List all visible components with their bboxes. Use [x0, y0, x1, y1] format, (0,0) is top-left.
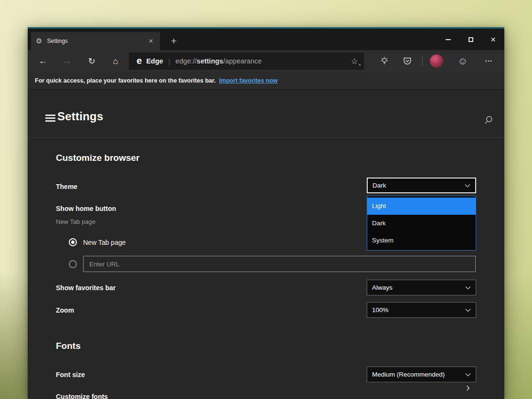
window-controls: ✕	[437, 29, 504, 50]
theme-option-light[interactable]: Light	[367, 198, 476, 215]
edge-logo-icon: e	[137, 55, 142, 66]
minimize-button[interactable]	[437, 29, 459, 50]
zoom-label: Zoom	[56, 306, 74, 314]
radio-new-tab-page-label: New Tab page	[83, 239, 126, 246]
tab-title: Settings	[47, 38, 146, 44]
chevron-down-icon	[465, 184, 470, 188]
home-url-input[interactable]	[83, 256, 476, 272]
feedback-smiley-icon[interactable]: ☺	[455, 50, 471, 72]
desktop-background: ⚙ Settings ✕ + ✕ ← → ↻ ⌂ e Edge | edge:/…	[0, 0, 532, 399]
browser-window: ⚙ Settings ✕ + ✕ ← → ↻ ⌂ e Edge | edge:/…	[28, 27, 504, 399]
settings-header: Settings	[28, 90, 504, 138]
maximize-button[interactable]	[459, 29, 482, 50]
pocket-extension-icon[interactable]	[400, 53, 415, 69]
theme-label: Theme	[56, 183, 77, 190]
tab-settings[interactable]: ⚙ Settings ✕	[31, 32, 160, 50]
chevron-down-icon	[465, 373, 471, 377]
add-favorite-star-icon[interactable]: ☆+	[351, 56, 358, 66]
tab-bar: ⚙ Settings ✕ + ✕	[28, 29, 504, 50]
url-text: edge://settings/appearance	[175, 57, 262, 65]
address-separator: |	[169, 57, 170, 65]
more-options-icon[interactable]: •••	[479, 50, 499, 72]
chevron-right-icon[interactable]: ›	[466, 381, 470, 394]
chevron-down-icon	[465, 308, 471, 312]
font-size-select[interactable]: Medium (Recommended)	[367, 367, 476, 382]
favorites-bar-notification: For quick access, place your favorites h…	[28, 72, 504, 90]
show-home-button-sublabel: New Tab page	[56, 218, 96, 225]
gear-icon: ⚙	[36, 37, 42, 45]
new-tab-button[interactable]: +	[167, 34, 181, 48]
theme-dropdown-menu: Light Dark System	[367, 196, 476, 251]
maximize-icon	[468, 37, 473, 42]
navigation-bar: ← → ↻ ⌂ e Edge | edge://settings/appeara…	[28, 50, 504, 72]
show-home-button-label: Show home button	[56, 205, 116, 212]
lightbulb-extension-icon[interactable]	[377, 53, 392, 69]
tab-close-icon[interactable]: ✕	[147, 37, 155, 45]
font-size-label: Font size	[56, 371, 85, 378]
section-heading-customize-browser: Customize browser	[56, 153, 139, 163]
forward-button[interactable]: →	[59, 50, 75, 72]
zoom-select[interactable]: 100%	[367, 302, 476, 318]
close-window-button[interactable]: ✕	[482, 29, 504, 50]
refresh-button[interactable]: ↻	[84, 50, 100, 72]
minimize-icon	[446, 39, 451, 40]
home-button[interactable]: ⌂	[107, 50, 124, 72]
address-bar[interactable]: e Edge | edge://settings/appearance ☆+	[129, 52, 364, 70]
section-heading-fonts: Fonts	[56, 341, 81, 351]
settings-content: Customize browser Theme Dark Light Dark …	[28, 138, 504, 399]
hamburger-menu-icon[interactable]	[45, 115, 55, 122]
customize-fonts-label[interactable]: Customize fonts	[56, 393, 108, 399]
import-favorites-link[interactable]: Import favorites now	[219, 77, 278, 84]
profile-avatar[interactable]	[430, 54, 443, 68]
search-icon[interactable]	[482, 114, 495, 126]
notification-message: For quick access, place your favorites h…	[35, 77, 216, 84]
show-favorites-bar-label: Show favorites bar	[56, 284, 116, 292]
show-favorites-bar-select[interactable]: Always	[367, 280, 476, 295]
back-button[interactable]: ←	[35, 50, 51, 72]
toolbar-divider	[422, 56, 423, 66]
page-title: Settings	[57, 110, 103, 123]
theme-option-system[interactable]: System	[367, 232, 476, 249]
radio-custom-url[interactable]	[69, 260, 77, 268]
settings-page: Settings Customize browser Theme Dark	[28, 90, 504, 399]
brand-label: Edge	[146, 57, 163, 65]
chevron-down-icon	[465, 286, 471, 290]
theme-option-dark[interactable]: Dark	[367, 215, 476, 232]
theme-select[interactable]: Dark	[367, 178, 476, 193]
radio-new-tab-page[interactable]	[69, 238, 77, 246]
